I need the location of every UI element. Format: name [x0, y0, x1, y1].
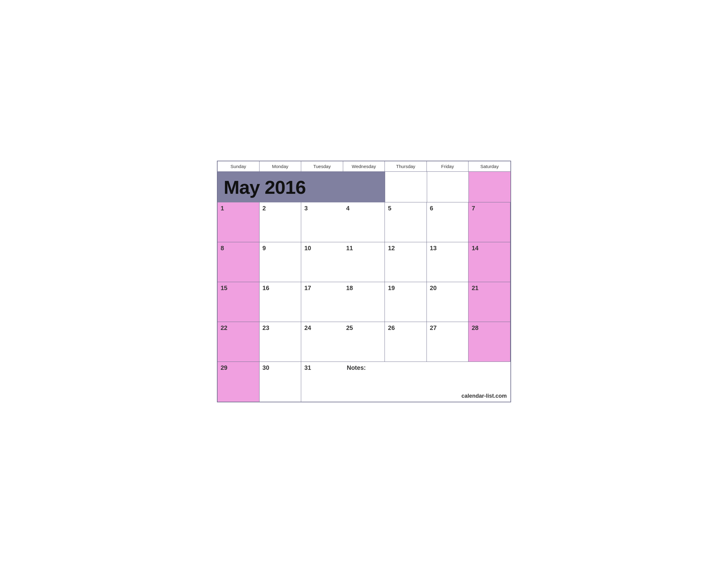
header-sat-empty	[468, 172, 510, 202]
day-12: 12	[385, 242, 427, 282]
header-sunday: Sunday	[218, 161, 260, 171]
header-tuesday: Tuesday	[301, 161, 343, 171]
day-21: 21	[468, 282, 510, 322]
day-16: 16	[260, 282, 301, 322]
month-title: May 2016	[224, 176, 306, 198]
calendar: Sunday Monday Tuesday Wednesday Thursday…	[217, 161, 511, 402]
website-label: calendar-list.com	[461, 393, 507, 399]
day-29: 29	[218, 362, 260, 402]
header-monday: Monday	[260, 161, 301, 171]
day-9: 9	[260, 242, 301, 282]
day-20: 20	[427, 282, 469, 322]
day-19: 19	[385, 282, 427, 322]
day-17: 17	[301, 282, 343, 322]
day-14: 14	[468, 242, 510, 282]
notes-cell: Notes: calendar-list.com	[343, 362, 510, 402]
day-18: 18	[343, 282, 385, 322]
day-27: 27	[427, 322, 469, 362]
day-22: 22	[218, 322, 260, 362]
header-saturday: Saturday	[468, 161, 510, 171]
day-3: 3	[301, 202, 343, 242]
day-23: 23	[260, 322, 301, 362]
day-2: 2	[260, 202, 301, 242]
day-1: 1	[218, 202, 260, 242]
day-31: 31	[301, 362, 343, 402]
day-26: 26	[385, 322, 427, 362]
day-25: 25	[343, 322, 385, 362]
month-title-cell: May 2016	[218, 172, 385, 202]
header-thursday: Thursday	[385, 161, 427, 171]
calendar-grid: May 2016 1 2 3 4 5 6 7 8 9	[218, 172, 510, 402]
header-fri-empty	[427, 172, 469, 202]
day-10: 10	[301, 242, 343, 282]
day-30: 30	[260, 362, 301, 402]
day-15: 15	[218, 282, 260, 322]
header-wednesday: Wednesday	[343, 161, 385, 171]
day-4: 4	[343, 202, 385, 242]
notes-label: Notes:	[347, 364, 366, 371]
day-13: 13	[427, 242, 469, 282]
header-friday: Friday	[427, 161, 469, 171]
day-headers-row: Sunday Monday Tuesday Wednesday Thursday…	[218, 161, 510, 172]
day-5: 5	[385, 202, 427, 242]
day-28: 28	[468, 322, 510, 362]
header-thu-empty	[385, 172, 427, 202]
day-24: 24	[301, 322, 343, 362]
day-7: 7	[468, 202, 510, 242]
day-6: 6	[427, 202, 469, 242]
day-11: 11	[343, 242, 385, 282]
day-8: 8	[218, 242, 260, 282]
